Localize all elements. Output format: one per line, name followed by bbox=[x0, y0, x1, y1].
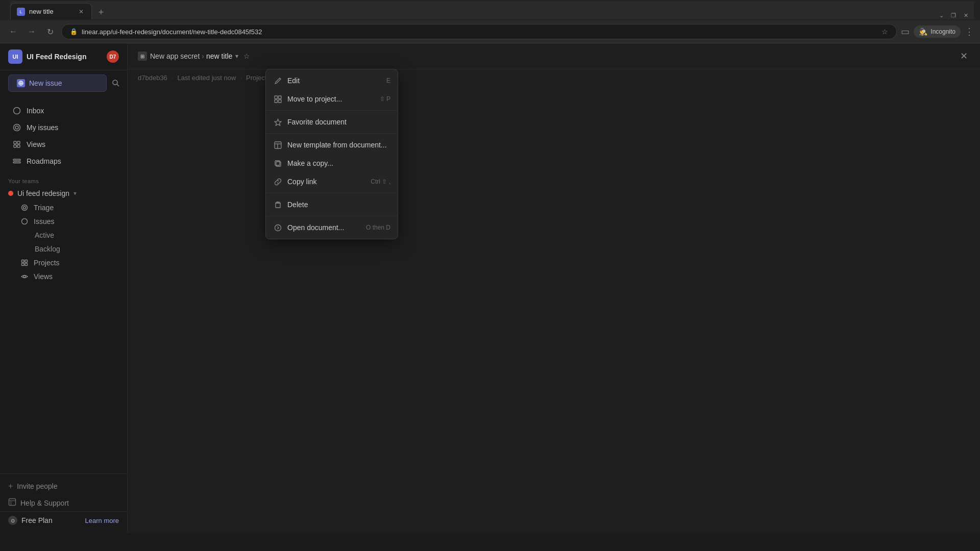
workspace-info[interactable]: UI UI Feed Redesign bbox=[8, 49, 86, 64]
workspace-name: UI Feed Redesign bbox=[27, 53, 86, 61]
breadcrumb-text: New app secret › new title bbox=[150, 52, 232, 60]
invite-people-button[interactable]: + Invite people bbox=[0, 478, 127, 494]
open-doc-shortcut: O then D bbox=[366, 224, 390, 231]
subnav-item-issues[interactable]: Issues bbox=[12, 215, 123, 228]
issues-icon bbox=[20, 217, 29, 226]
pencil-icon bbox=[18, 81, 23, 86]
svg-point-6 bbox=[14, 124, 20, 131]
doc-close-button[interactable]: ✕ bbox=[958, 48, 970, 64]
open-doc-label: Open document... bbox=[287, 223, 344, 232]
team-item-ui-feed[interactable]: Ui feed redesign ▾ bbox=[0, 186, 127, 201]
doc-header: ⊞ New app secret › new title ▾ ☆ ✕ bbox=[128, 43, 980, 69]
svg-point-7 bbox=[15, 126, 18, 129]
lock-icon: 🔒 bbox=[70, 28, 78, 35]
issues-sub-active[interactable]: Active bbox=[12, 229, 123, 242]
edit-icon bbox=[273, 76, 282, 85]
breadcrumb-area: ⊞ New app secret › new title ▾ ☆ bbox=[138, 52, 954, 61]
breadcrumb-project-icon: ⊞ bbox=[138, 52, 147, 61]
main-content: ⊞ New app secret › new title ▾ ☆ ✕ d7bde… bbox=[128, 43, 980, 533]
views-sub-icon bbox=[20, 272, 29, 281]
subnav-item-projects[interactable]: Projects bbox=[12, 256, 123, 269]
new-tab-button[interactable]: + bbox=[94, 5, 108, 19]
bookmark-icon[interactable]: ☆ bbox=[881, 28, 888, 36]
new-template-label: New template from document... bbox=[287, 141, 387, 149]
learn-more-button[interactable]: Learn more bbox=[85, 517, 119, 524]
my-issues-icon bbox=[12, 123, 21, 132]
refresh-button[interactable]: ↻ bbox=[43, 24, 57, 39]
team-expand-chevron: ▾ bbox=[74, 190, 77, 197]
copy-link-label: Copy link bbox=[287, 178, 317, 186]
issues-label: Issues bbox=[34, 217, 54, 226]
menu-item-edit[interactable]: Edit E bbox=[266, 71, 398, 90]
new-issue-button[interactable]: New issue bbox=[8, 74, 107, 92]
projects-icon bbox=[20, 259, 29, 267]
svg-point-15 bbox=[23, 207, 26, 209]
svg-rect-35 bbox=[276, 203, 280, 208]
views-sub-label: Views bbox=[34, 272, 53, 281]
trash-icon bbox=[273, 200, 282, 209]
address-bar[interactable]: 🔒 linear.app/ui-feed-redesign/document/n… bbox=[61, 24, 897, 39]
back-button[interactable]: ← bbox=[6, 24, 20, 39]
projects-label: Projects bbox=[34, 259, 60, 267]
menu-divider-3 bbox=[266, 193, 398, 193]
breadcrumb-dropdown-button[interactable]: ▾ bbox=[235, 53, 238, 60]
sidebar-actions: New issue bbox=[0, 70, 127, 100]
move-project-label: Move to project... bbox=[287, 95, 342, 103]
menu-item-new-template[interactable]: New template from document... bbox=[266, 136, 398, 154]
sidebar-item-views[interactable]: Views bbox=[4, 136, 123, 153]
svg-point-16 bbox=[22, 219, 28, 224]
search-button[interactable] bbox=[109, 76, 123, 90]
edit-label: Edit bbox=[287, 77, 300, 85]
tab-close-button[interactable]: ✕ bbox=[77, 8, 85, 16]
issues-sub-backlog[interactable]: Backlog bbox=[12, 242, 123, 256]
svg-rect-20 bbox=[25, 263, 28, 266]
menu-item-delete[interactable]: Delete bbox=[266, 195, 398, 214]
menu-item-open-document[interactable]: Open document... O then D bbox=[266, 218, 398, 237]
active-tab[interactable]: L new title ✕ bbox=[10, 3, 92, 19]
sidebar-item-roadmaps[interactable]: Roadmaps bbox=[4, 153, 123, 169]
sidebar-item-inbox[interactable]: Inbox bbox=[4, 103, 123, 119]
make-copy-label: Make a copy... bbox=[287, 159, 333, 167]
restore-button[interactable]: ❐ bbox=[949, 11, 958, 19]
menu-divider-1 bbox=[266, 110, 398, 111]
move-project-shortcut: ⇧ P bbox=[380, 95, 390, 103]
favorite-star-button[interactable]: ☆ bbox=[243, 52, 250, 60]
menu-item-favorite[interactable]: Favorite document bbox=[266, 113, 398, 131]
svg-rect-28 bbox=[278, 99, 281, 103]
menu-item-move-to-project[interactable]: Move to project... ⇧ P bbox=[266, 90, 398, 108]
browser-chrome: L new title ✕ + ⌄ ❐ ✕ ← → ↻ 🔒 linear.app… bbox=[0, 0, 980, 43]
sidebar-nav: Inbox My issues Views Roadmaps bbox=[0, 100, 127, 172]
sidebar-item-my-issues[interactable]: My issues bbox=[4, 119, 123, 136]
teams-section-label: Your teams bbox=[0, 172, 127, 186]
tab-favicon: L bbox=[17, 8, 25, 16]
user-avatar-badge[interactable]: D7 bbox=[107, 51, 119, 63]
svg-marker-29 bbox=[275, 119, 281, 126]
sidebar-footer: + Invite people Help & Support ⊙ Free Pl… bbox=[0, 473, 127, 533]
svg-rect-22 bbox=[9, 499, 16, 506]
svg-point-36 bbox=[275, 224, 281, 231]
svg-point-21 bbox=[23, 276, 26, 278]
team-subnav: Triage Issues Active Backlog Projects bbox=[0, 201, 127, 284]
breadcrumb-current-title: new title bbox=[206, 52, 232, 60]
menu-item-make-copy[interactable]: Make a copy... bbox=[266, 154, 398, 172]
doc-hash: d7bdeb36 bbox=[138, 74, 167, 82]
doc-meta: d7bdeb36 · Last edited just now · Projec… bbox=[128, 69, 980, 86]
help-support-button[interactable]: Help & Support bbox=[0, 494, 127, 511]
browser-menu-button[interactable]: ⋮ bbox=[965, 26, 974, 37]
svg-point-14 bbox=[22, 205, 28, 211]
subnav-item-triage[interactable]: Triage bbox=[12, 201, 123, 214]
dropdown-context-menu: Edit E Move to project... ⇧ P bbox=[265, 69, 398, 239]
menu-item-copy-link[interactable]: Copy link Ctrl ⇧ , bbox=[266, 172, 398, 191]
incognito-label: Incognito bbox=[930, 28, 955, 35]
triage-icon bbox=[20, 204, 29, 212]
sidebar-toggle-icon[interactable]: ▭ bbox=[901, 26, 910, 37]
tabs-bar: L new title ✕ + ⌄ ❐ ✕ bbox=[10, 1, 974, 19]
help-label: Help & Support bbox=[20, 499, 69, 507]
minimize-button[interactable]: ⌄ bbox=[937, 11, 945, 19]
forward-button[interactable]: → bbox=[24, 24, 39, 39]
svg-point-5 bbox=[14, 108, 20, 114]
svg-rect-12 bbox=[13, 159, 20, 161]
subnav-item-views[interactable]: Views bbox=[12, 270, 123, 283]
svg-line-4 bbox=[117, 84, 119, 86]
close-button[interactable]: ✕ bbox=[962, 11, 970, 19]
